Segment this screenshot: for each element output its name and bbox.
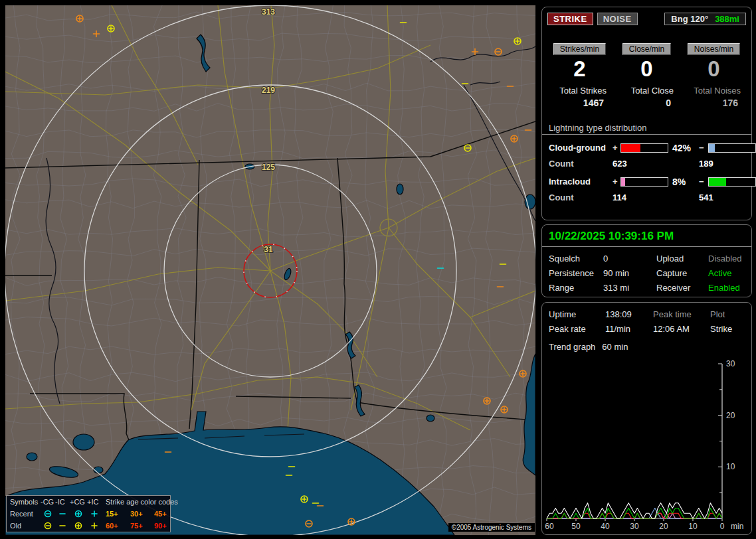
cloud-ground-counts: Count 623 189 <box>542 159 751 169</box>
plus-sign: + <box>613 143 620 153</box>
cg-neg-old-icon <box>41 521 55 530</box>
age-90: 90+ <box>154 522 179 530</box>
trend-graph-header: Trend graph 60 min <box>542 334 751 352</box>
strike-toggle-button[interactable]: STRIKE <box>547 13 593 25</box>
uptime-value: 138:09 <box>605 309 653 319</box>
ic-neg-recent-icon <box>55 509 70 518</box>
squelch-label: Squelch <box>549 254 603 264</box>
stats-grid: Uptime 138:09 Peak time Plot Peak rate 1… <box>542 303 751 334</box>
legend-col-cg-pos: +CG <box>70 498 87 506</box>
svg-text:20: 20 <box>659 522 668 531</box>
ic-pos-count: 114 <box>613 193 699 202</box>
squelch-value: 0 <box>603 254 656 264</box>
legend-symbols-header: Symbols <box>10 498 41 506</box>
ic-neg-count: 541 <box>699 193 751 202</box>
noise-toggle-button[interactable]: NOISE <box>597 13 638 25</box>
ic-neg-old-icon <box>55 521 70 530</box>
intracloud-counts: Count 114 541 <box>542 193 751 202</box>
receiver-label: Receiver <box>656 283 708 293</box>
age-75: 75+ <box>130 522 154 530</box>
age-60: 60+ <box>106 522 130 530</box>
strikes-per-min-value: 2 <box>546 56 613 82</box>
minus-sign: − <box>699 143 708 153</box>
total-noises-value: 176 <box>680 98 747 108</box>
age-15: 15+ <box>106 510 130 518</box>
lake <box>525 194 535 209</box>
cg-pos-percent: 42% <box>668 143 699 153</box>
cg-pos-bar <box>620 143 668 153</box>
count-label: Count <box>549 159 613 169</box>
total-close-label: Total Close <box>613 86 680 96</box>
persistence-label: Persistence <box>549 268 603 278</box>
noises-per-min-value: 0 <box>680 56 747 82</box>
svg-text:31: 31 <box>264 245 273 254</box>
peak-time-value: 12:06 AM <box>653 324 710 334</box>
cg-pos-count: 623 <box>613 159 699 169</box>
cg-pos-recent-icon <box>70 509 87 518</box>
svg-text:min: min <box>731 522 743 531</box>
trend-graph: 1020306050403020100min <box>542 359 751 533</box>
legend-col-ic-pos: +IC <box>87 498 102 506</box>
lake <box>27 453 37 461</box>
strikes-column: Strikes/min 2 Total Strikes 1467 <box>546 42 613 108</box>
cg-neg-bar <box>708 143 756 153</box>
svg-text:313: 313 <box>262 7 275 17</box>
rate-counters: Strikes/min 2 Total Strikes 1467 Close/m… <box>542 42 751 108</box>
age-45: 45+ <box>154 510 179 518</box>
lightning-map[interactable]: 31321912531 Symbols -CG -IC +CG +IC Stri… <box>5 5 535 535</box>
ic-neg-bar <box>708 177 756 187</box>
svg-text:40: 40 <box>601 522 610 531</box>
svg-text:30: 30 <box>726 359 735 368</box>
cg-pos-old-icon <box>70 521 87 530</box>
datetime-display: 10/22/2025 10:39:16 PM <box>542 225 751 247</box>
intracloud-row: Intracloud + 8% − 37% <box>542 177 751 187</box>
trend-graph-label: Trend graph <box>549 342 595 352</box>
total-close-value: 0 <box>613 98 680 108</box>
total-strikes-value: 1467 <box>546 98 613 108</box>
total-noises-label: Total Noises <box>680 86 747 96</box>
copyright-text: ©2005 Astrogenic Systems <box>448 523 535 532</box>
trend-window-value: 60 min <box>602 342 628 352</box>
legend-age-header: Strike age color codes <box>106 498 179 506</box>
legend-recent-label: Recent <box>10 510 41 518</box>
intracloud-label: Intracloud <box>549 177 613 187</box>
close-per-min-chip: Close/min <box>622 43 671 55</box>
uptime-label: Uptime <box>549 309 605 319</box>
svg-text:30: 30 <box>630 522 639 531</box>
cg-neg-count: 189 <box>699 159 751 169</box>
range-label: Range <box>549 283 603 293</box>
plot-value: Strike <box>710 324 753 334</box>
peak-time-label: Peak time <box>653 309 710 319</box>
peak-rate-value: 11/min <box>605 324 653 334</box>
cg-neg-recent-icon <box>41 509 55 518</box>
mode-toolbar: STRIKE NOISE Bng 120° 388mi <box>542 7 751 25</box>
peak-rate-label: Peak rate <box>549 324 605 334</box>
plus-sign: + <box>613 177 620 187</box>
counters-panel: STRIKE NOISE Bng 120° 388mi Strikes/min … <box>541 7 752 220</box>
svg-text:10: 10 <box>726 462 735 471</box>
svg-text:50: 50 <box>571 522 581 531</box>
noises-column: Noises/min 0 Total Noises 176 <box>680 42 747 108</box>
ic-pos-old-icon <box>87 521 102 530</box>
noises-per-min-chip: Noises/min <box>688 43 740 55</box>
legend-col-ic-neg: -IC <box>55 498 70 506</box>
upload-label: Upload <box>656 254 708 264</box>
cloud-ground-label: Cloud-ground <box>549 143 613 153</box>
upload-state: Disabled <box>708 254 755 264</box>
persistence-value: 90 min <box>603 268 656 278</box>
lake-seminole <box>426 415 434 422</box>
settings-grid: Squelch 0 Upload Disabled Persistence 90… <box>542 247 751 293</box>
minus-sign: − <box>699 177 708 187</box>
ic-pos-recent-icon <box>87 509 102 518</box>
map-canvas: 31321912531 <box>5 5 535 535</box>
capture-state: Active <box>708 268 755 278</box>
trend-panel: Uptime 138:09 Peak time Plot Peak rate 1… <box>541 302 752 535</box>
close-per-min-value: 0 <box>613 56 680 82</box>
capture-label: Capture <box>656 268 708 278</box>
lake-pontchartrain <box>73 434 94 450</box>
total-strikes-label: Total Strikes <box>546 86 613 96</box>
cloud-ground-row: Cloud-ground + 42% − 13% <box>542 143 751 153</box>
strikes-per-min-chip: Strikes/min <box>553 43 606 55</box>
bearing-readout: Bng 120° 388mi <box>664 13 746 25</box>
map-legend: Symbols -CG -IC +CG +IC Strike age color… <box>6 495 171 532</box>
